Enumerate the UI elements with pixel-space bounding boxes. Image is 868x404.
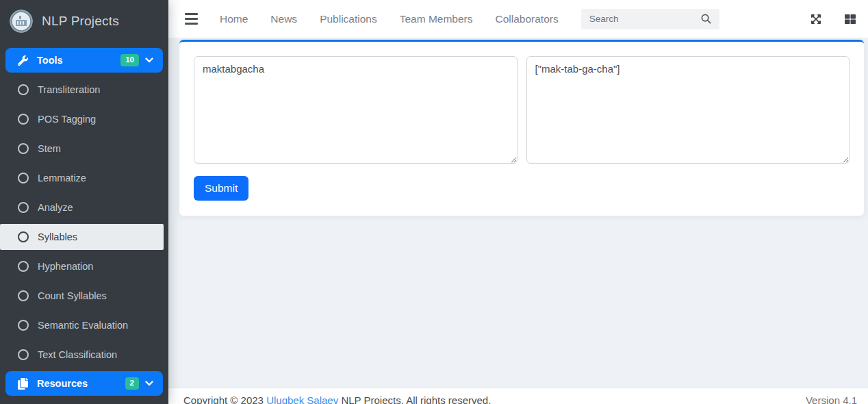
menu-toggle-icon[interactable] bbox=[183, 10, 199, 27]
wrench-icon bbox=[18, 55, 28, 66]
brand-title: NLP Projects bbox=[42, 14, 119, 29]
resources-count-badge: 2 bbox=[125, 377, 139, 390]
sidebar-item-hyphenation[interactable]: Hyphenation bbox=[0, 253, 164, 279]
sidebar-item-transliteration[interactable]: Transliteration bbox=[0, 77, 164, 103]
search-box bbox=[581, 9, 719, 29]
chevron-down-icon bbox=[145, 58, 153, 63]
nav-link-home[interactable]: Home bbox=[220, 13, 248, 25]
version-label: Version 4.1 bbox=[806, 394, 857, 404]
circle-icon bbox=[18, 114, 29, 125]
chevron-down-icon bbox=[145, 381, 153, 386]
university-logo-icon bbox=[10, 10, 33, 33]
copy-files-icon bbox=[18, 378, 28, 390]
circle-icon bbox=[18, 143, 29, 154]
sidebar-item-semantic-evaluation[interactable]: Semantic Evaluation bbox=[0, 312, 164, 338]
fullscreen-icon[interactable] bbox=[809, 12, 823, 26]
tools-group-label: Tools bbox=[37, 55, 63, 66]
nav-link-collaborators[interactable]: Collaborators bbox=[496, 13, 559, 25]
circle-icon bbox=[18, 231, 29, 242]
submit-button[interactable]: Submit bbox=[194, 176, 248, 201]
brand[interactable]: NLP Projects bbox=[0, 0, 168, 42]
circle-icon bbox=[18, 173, 29, 184]
sidebar-item-count-syllables[interactable]: Count Syllables bbox=[0, 283, 164, 309]
circle-icon bbox=[18, 202, 29, 213]
sidebar-item-syllables[interactable]: Syllables bbox=[0, 224, 164, 250]
circle-icon bbox=[18, 261, 29, 272]
nav-link-publications[interactable]: Publications bbox=[320, 13, 377, 25]
footer: Copyright © 2023 Ulugbek Salaev NLP Proj… bbox=[168, 388, 868, 404]
navbar-actions bbox=[809, 12, 857, 26]
main-content: maktabgacha ["mak-tab-ga-cha"] Submit bbox=[168, 38, 868, 404]
main-panel: Home News Publications Team Members Coll… bbox=[168, 0, 868, 404]
grid-menu-icon[interactable] bbox=[843, 12, 857, 26]
search-input[interactable] bbox=[581, 14, 698, 24]
author-link[interactable]: Ulugbek Salaev bbox=[266, 394, 338, 404]
nav-link-team-members[interactable]: Team Members bbox=[400, 13, 473, 25]
resources-group-label: Resources bbox=[37, 378, 88, 389]
copyright-text: Copyright © 2023 Ulugbek Salaev NLP Proj… bbox=[183, 394, 491, 404]
circle-icon bbox=[18, 320, 29, 331]
sidebar-item-text-classification[interactable]: Text Classification bbox=[0, 342, 164, 368]
sidebar-group-resources[interactable]: Resources 2 bbox=[5, 371, 163, 396]
circle-icon bbox=[18, 349, 29, 360]
circle-icon bbox=[18, 290, 29, 301]
output-textarea[interactable]: ["mak-tab-ga-cha"] bbox=[526, 56, 850, 164]
syllables-tool-card: maktabgacha ["mak-tab-ga-cha"] Submit bbox=[179, 40, 864, 216]
sidebar-item-pos-tagging[interactable]: POS Tagging bbox=[0, 106, 164, 132]
io-row: maktabgacha ["mak-tab-ga-cha"] bbox=[194, 56, 850, 164]
app-window: NLP Projects Tools 10 Transliteration PO… bbox=[0, 0, 868, 404]
sidebar: NLP Projects Tools 10 Transliteration PO… bbox=[0, 0, 168, 404]
circle-icon bbox=[18, 84, 29, 95]
sidebar-item-stem[interactable]: Stem bbox=[0, 136, 164, 162]
nav-link-news[interactable]: News bbox=[270, 13, 297, 25]
sidebar-group-tools[interactable]: Tools 10 bbox=[5, 48, 163, 73]
tools-count-badge: 10 bbox=[120, 54, 139, 66]
top-navbar: Home News Publications Team Members Coll… bbox=[168, 0, 868, 38]
sidebar-item-lemmatize[interactable]: Lemmatize bbox=[0, 165, 164, 191]
search-icon[interactable] bbox=[698, 14, 719, 24]
top-nav-links: Home News Publications Team Members Coll… bbox=[220, 13, 581, 25]
sidebar-item-analyze[interactable]: Analyze bbox=[0, 194, 164, 220]
input-textarea[interactable]: maktabgacha bbox=[194, 56, 518, 164]
tools-list: Transliteration POS Tagging Stem Lemmati… bbox=[0, 73, 168, 368]
